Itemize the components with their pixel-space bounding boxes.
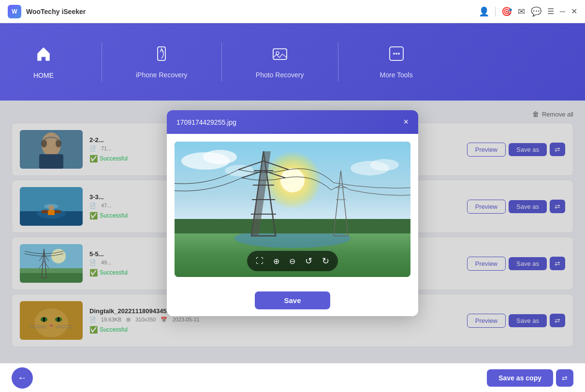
nav-more-tools-label: More Tools — [380, 71, 413, 79]
preview-modal: 1709174429255.jpg × — [167, 110, 418, 316]
svg-point-48 — [225, 165, 254, 176]
nav-photo-recovery[interactable]: Photo Recovery — [256, 45, 304, 79]
more-tools-icon — [388, 45, 405, 66]
chat-icon[interactable]: 💬 — [531, 6, 541, 17]
nav-more-tools[interactable]: More Tools — [372, 45, 421, 79]
modal-header: 1709174429255.jpg × — [167, 110, 418, 134]
menu-icon[interactable]: ☰ — [547, 7, 554, 16]
bottom-bar: ← Save as copy ⇄ — [0, 363, 585, 392]
nav-iphone-label: iPhone Recovery — [136, 71, 188, 79]
save-as-copy-button[interactable]: Save as copy — [487, 369, 553, 387]
svg-rect-51 — [175, 219, 410, 233]
close-icon[interactable]: ✕ — [571, 7, 577, 16]
modal-title: 1709174429255.jpg — [176, 118, 236, 126]
nav-separator-1 — [102, 43, 102, 81]
back-arrow-icon: ← — [17, 372, 27, 383]
home-icon — [35, 45, 52, 67]
svg-point-43 — [280, 168, 305, 192]
nav-iphone-recovery[interactable]: iPhone Recovery — [136, 45, 188, 79]
fullscreen-button[interactable]: ⛶ — [251, 253, 268, 269]
svg-point-6 — [398, 53, 400, 55]
image-toolbar: ⛶ ⊕ ⊖ ↺ ↻ — [247, 251, 338, 271]
mail-icon[interactable]: ✉ — [518, 6, 525, 17]
minimize-icon[interactable]: ─ — [560, 7, 565, 16]
target-icon[interactable]: 🎯 — [501, 6, 512, 17]
app-title: WooTechy iSeeker — [26, 8, 86, 15]
nav-home[interactable]: HOME — [19, 45, 68, 79]
svg-point-5 — [395, 53, 397, 55]
svg-point-45 — [203, 150, 237, 164]
titlebar: W WooTechy iSeeker 👤 🎯 ✉ 💬 ☰ ─ ✕ — [0, 0, 585, 23]
modal-footer: Save — [167, 285, 418, 316]
rotate-right-button[interactable]: ↻ — [317, 253, 334, 269]
rotate-left-button[interactable]: ↺ — [300, 253, 317, 269]
user-icon[interactable]: 👤 — [479, 6, 489, 17]
nav-separator-3 — [338, 43, 338, 81]
window-controls: 👤 🎯 ✉ 💬 ☰ ─ ✕ — [479, 6, 577, 17]
modal-body: ⛶ ⊕ ⊖ ↺ ↻ — [167, 134, 418, 285]
nav-separator-2 — [221, 43, 222, 81]
nav-photo-label: Photo Recovery — [256, 71, 304, 79]
back-button[interactable]: ← — [12, 367, 33, 389]
navbar: HOME iPhone Recovery Photo Recovery — [0, 23, 585, 101]
zoom-out-button[interactable]: ⊖ — [284, 253, 300, 269]
save-options-button[interactable]: ⇄ — [556, 369, 573, 387]
separator — [495, 7, 496, 16]
bottom-right-actions: Save as copy ⇄ — [487, 369, 573, 387]
iphone-recovery-icon — [153, 45, 170, 66]
svg-rect-1 — [273, 49, 287, 59]
svg-point-47 — [370, 159, 399, 171]
svg-point-4 — [393, 53, 395, 55]
app-logo: W — [8, 5, 21, 18]
modal-save-button[interactable]: Save — [255, 291, 330, 309]
modal-close-button[interactable]: × — [403, 117, 409, 127]
image-preview-container: ⛶ ⊕ ⊖ ↺ ↻ — [175, 142, 410, 277]
photo-recovery-icon — [271, 45, 289, 66]
main-content: 🗑 Remove all 2-2 — [0, 101, 585, 363]
zoom-in-button[interactable]: ⊕ — [268, 253, 284, 269]
modal-overlay: 1709174429255.jpg × — [0, 101, 585, 363]
nav-home-label: HOME — [33, 72, 54, 79]
